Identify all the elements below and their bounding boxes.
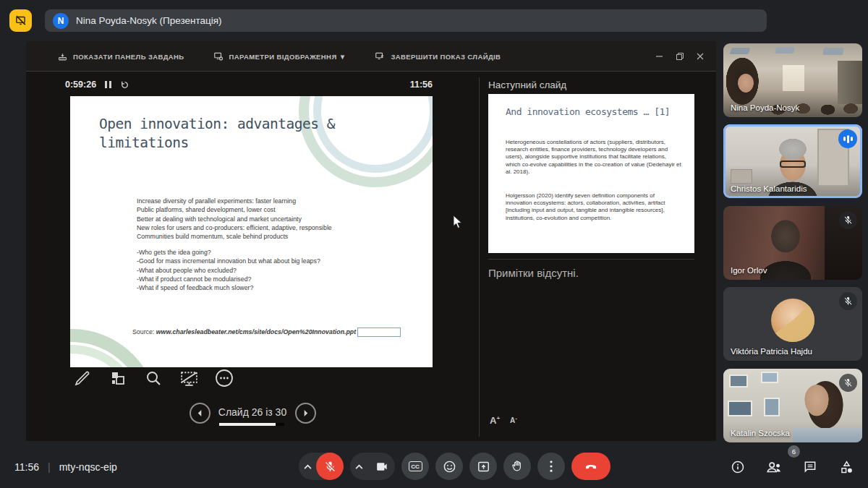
participant-name: Igor Orlov xyxy=(731,266,767,275)
black-screen-button[interactable] xyxy=(179,368,199,388)
mic-muted-icon xyxy=(839,374,857,392)
mic-options-chevron[interactable] xyxy=(299,453,316,480)
close-icon xyxy=(697,53,704,60)
glasses xyxy=(780,160,806,168)
restart-timer-button[interactable] xyxy=(120,80,129,90)
participant-name: Nina Poyda-Nosyk xyxy=(731,103,799,112)
ellipsis-icon xyxy=(215,369,234,388)
slide-text-line: -Good for mass incremental innovation bu… xyxy=(137,257,426,265)
meeting-details-button[interactable] xyxy=(729,458,746,476)
close-button[interactable] xyxy=(690,47,710,66)
previous-arrow-icon xyxy=(196,409,204,417)
show-taskbar-label: ПОКАЗАТИ ПАНЕЛЬ ЗАВДАНЬ xyxy=(73,53,184,61)
camera-options-chevron[interactable] xyxy=(350,453,367,480)
next-slide-paragraph: Heterogeneous constellations of actors (… xyxy=(506,139,682,176)
next-slide-header: Наступний слайд xyxy=(488,80,566,90)
decrease-font-button[interactable]: A- xyxy=(510,415,517,426)
video-frame xyxy=(838,61,862,104)
avatar: N xyxy=(53,13,69,29)
meeting-code: mty-nqsc-eip xyxy=(59,461,117,473)
slide-text-line: Increase diversity of parallel experimen… xyxy=(137,197,426,205)
current-slide[interactable]: Open innovation: advantages & limitation… xyxy=(70,96,433,367)
panel-divider xyxy=(479,77,480,437)
increase-font-button[interactable]: A+ xyxy=(490,415,500,426)
video-frame xyxy=(793,428,862,442)
raise-hand-button[interactable] xyxy=(503,453,531,480)
zoom-slide-button[interactable] xyxy=(143,368,163,388)
next-slide-title: And innovation ecosystems … [1] xyxy=(506,106,679,119)
see-all-slides-button[interactable] xyxy=(108,368,128,388)
vertical-dots-icon xyxy=(550,461,553,472)
microphone-control-group xyxy=(299,453,344,480)
camera-button[interactable] xyxy=(367,453,395,480)
previous-slide-button[interactable] xyxy=(190,403,210,424)
meeting-time: 11:56 xyxy=(14,461,39,473)
show-taskbar-button[interactable]: ПОКАЗАТИ ПАНЕЛЬ ЗАВДАНЬ xyxy=(58,52,184,61)
shapes-icon xyxy=(839,460,854,475)
end-call-button[interactable] xyxy=(571,453,610,480)
source-url: www.charlesleadbeater.net/cms/site/docs/… xyxy=(156,328,356,335)
presenter-tools xyxy=(72,368,234,388)
avatar-hair xyxy=(771,299,814,342)
more-slideshow-options-button[interactable] xyxy=(214,368,234,388)
stop-presenting-button[interactable] xyxy=(9,9,32,32)
slide-text-line: -What if product cannot be modularised? xyxy=(137,275,426,283)
powerpoint-presenter-window: ПОКАЗАТИ ПАНЕЛЬ ЗАВДАНЬ ПАРАМЕТРИ ВІДОБР… xyxy=(26,41,716,441)
next-slide-preview[interactable]: And innovation ecosystems … [1] Heteroge… xyxy=(488,94,694,253)
minimize-button[interactable] xyxy=(650,47,670,66)
video-frame xyxy=(738,74,754,93)
restore-icon xyxy=(676,53,684,60)
pause-timer-button[interactable] xyxy=(105,81,111,88)
participant-tile-viktoria[interactable]: Viktória Patricia Hajdu xyxy=(723,287,862,361)
display-options-button[interactable]: ПАРАМЕТРИ ВІДОБРАЖЕННЯ ▼ xyxy=(213,51,346,61)
clock: 11:56 xyxy=(398,80,433,90)
next-slide-button[interactable] xyxy=(295,403,316,424)
participant-tile-christos[interactable]: Christos Kalantaridis xyxy=(723,124,862,198)
presentation-off-icon xyxy=(14,14,27,27)
slide-title: Open innovation: advantages & limitation… xyxy=(99,115,420,152)
participant-tile-katalin[interactable]: Katalin Szocska xyxy=(723,369,862,442)
slideshow-progress-bar xyxy=(219,423,284,426)
participants-count-badge: 6 xyxy=(788,445,800,458)
taskbar-icon xyxy=(58,52,67,61)
participant-tile-igor[interactable]: Igor Orlov xyxy=(723,206,862,280)
notes-empty-label: Примітки відсутні. xyxy=(488,267,579,279)
mic-mute-button[interactable] xyxy=(316,453,344,480)
blank-screen-icon xyxy=(179,369,199,388)
picture-frame xyxy=(729,374,748,388)
restore-button[interactable] xyxy=(670,47,690,66)
magnifier-icon xyxy=(145,369,162,387)
reactions-button[interactable] xyxy=(435,453,463,480)
show-participants-button[interactable] xyxy=(765,458,783,476)
activities-button[interactable] xyxy=(838,458,855,476)
audio-speaking-indicator xyxy=(838,129,857,148)
participant-name: Katalin Szocska xyxy=(731,429,790,437)
next-arrow-icon xyxy=(302,409,310,417)
picture-frame xyxy=(761,372,778,383)
slide-text-line: -Who gets the idea going? xyxy=(137,248,426,257)
source-prefix: Source: xyxy=(132,328,156,335)
meet-top-bar: N Nina Poyda-Nosyk (Презентація) xyxy=(0,0,868,40)
slide-text-line: -What if speed of feedback much slower? xyxy=(137,283,426,292)
chevron-up-icon xyxy=(304,464,312,469)
mic-muted-icon xyxy=(839,211,857,229)
empty-text-box[interactable] xyxy=(357,328,401,337)
video-frame xyxy=(822,48,844,55)
slide-sorter-icon xyxy=(109,369,127,387)
presenter-name-label: Nina Poyda-Nosyk (Презентація) xyxy=(76,15,222,26)
end-slideshow-icon xyxy=(375,51,385,61)
chat-button[interactable] xyxy=(801,458,819,476)
end-call-icon xyxy=(584,459,598,474)
slide-advantages-list: Increase diversity of parallel experimen… xyxy=(137,197,426,241)
present-button[interactable] xyxy=(469,453,497,480)
captions-icon: CC xyxy=(409,461,422,471)
next-slide-paragraph: Holgersson (2020) identify seven definit… xyxy=(506,192,682,222)
captions-button[interactable]: CC xyxy=(401,453,429,480)
participant-tile-nina[interactable]: Nina Poyda-Nosyk xyxy=(723,43,862,117)
pen-tool-button[interactable] xyxy=(72,368,93,388)
presented-screen-label[interactable]: N Nina Poyda-Nosyk (Презентація) xyxy=(45,9,767,32)
slide-text-line: -What about people who excluded? xyxy=(137,266,426,275)
slide-source-line: Source: www.charlesleadbeater.net/cms/si… xyxy=(132,328,401,337)
more-options-button[interactable] xyxy=(537,453,565,480)
end-slideshow-button[interactable]: ЗАВЕРШИТИ ПОКАЗ СЛАЙДІВ xyxy=(375,51,501,61)
